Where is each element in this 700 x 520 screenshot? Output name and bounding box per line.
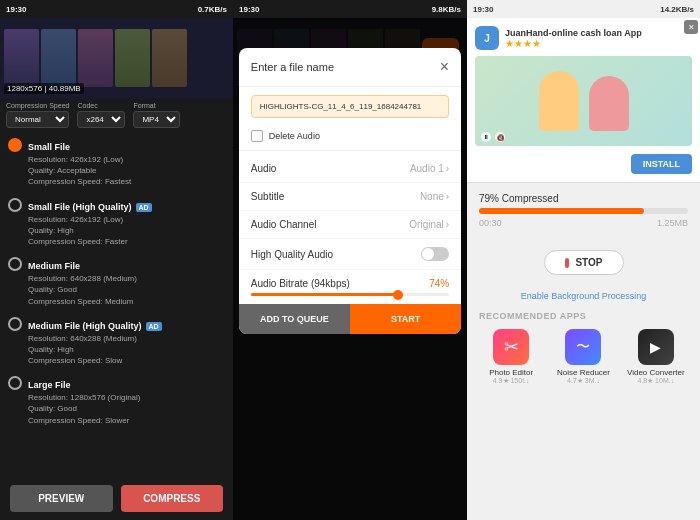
radio-large[interactable] <box>8 376 22 390</box>
bottom-buttons-left: PREVIEW COMPRESS <box>0 485 233 512</box>
radio-small-hq[interactable] <box>8 198 22 212</box>
file-detail-small-hq: Resolution: 426x192 (Low)Quality: HighCo… <box>28 214 225 248</box>
list-item[interactable]: Large File Resolution: 1280x576 (Origina… <box>8 374 225 426</box>
file-name-small: Small File <box>28 142 70 152</box>
mini-img-5 <box>152 29 187 87</box>
dialog-title: Enter a file name <box>251 61 334 73</box>
app-name-noise: Noise Reducer <box>557 368 610 377</box>
bitrate-row: Audio Bitrate (94kbps) 74% <box>239 270 461 304</box>
audio-channel-row[interactable]: Audio Channel Original › <box>239 211 461 239</box>
audio-channel-label: Audio Channel <box>251 219 317 230</box>
app-row: ✂ Photo Editor 4.9★ 150t.↓ 〜 Noise Reduc… <box>467 325 700 389</box>
codec-select-left[interactable]: x264 <box>77 111 125 128</box>
file-info-medium-hq: Medium File (High Quality)AD Resolution:… <box>28 315 225 367</box>
ad-badge: AD <box>146 322 162 331</box>
stop-btn-container: STOP <box>467 242 700 283</box>
ad-header: J JuanHand-online cash loan App ★★★★ <box>475 26 692 50</box>
ad-people <box>539 71 629 131</box>
panel-left: 1280x576 | 40.89MB Compression Speed Nor… <box>0 18 233 520</box>
compression-select-left[interactable]: Normal <box>6 111 69 128</box>
chevron-icon-channel: › <box>446 219 449 230</box>
audio-row[interactable]: Audio Audio 1 › <box>239 155 461 183</box>
delete-audio-checkbox[interactable] <box>251 130 263 142</box>
bitrate-percent: 74% <box>429 278 449 289</box>
radio-small[interactable] <box>8 138 22 152</box>
audio-channel-value: Original › <box>409 219 449 230</box>
bitrate-slider-fill <box>251 293 398 296</box>
delete-audio-row[interactable]: Delete Audio <box>239 126 461 146</box>
ad-app-info: JuanHand-online cash loan App ★★★★ <box>505 28 642 49</box>
bg-process-link[interactable]: Enable Background Processing <box>467 287 700 305</box>
video-icon: ▶ <box>650 339 661 355</box>
format-select-left[interactable]: MP4 <box>133 111 180 128</box>
app-rating-video: 4.8★ 10M.↓ <box>637 377 674 385</box>
ad-close-button[interactable]: ✕ <box>684 20 698 34</box>
video-label-left: 1280x576 | 40.89MB <box>4 83 84 94</box>
bitrate-slider-track[interactable] <box>251 293 449 296</box>
install-button[interactable]: INSTALL <box>631 154 692 174</box>
list-item[interactable]: Small File (High Quality)AD Resolution: … <box>8 196 225 248</box>
chevron-icon-audio: › <box>446 163 449 174</box>
file-name-medium: Medium File <box>28 261 80 271</box>
status-bar-left: 19:30 0.7KB/s <box>0 0 233 18</box>
app-card-video[interactable]: ▶ Video Converter 4.8★ 10M.↓ <box>624 329 688 385</box>
recommended-label: RECOMMENDED APPS <box>467 305 700 325</box>
ad-stars: ★★★★ <box>505 38 642 49</box>
file-detail-medium-hq: Resolution: 640x288 (Medium)Quality: Hig… <box>28 333 225 367</box>
progress-time-start: 00:30 <box>479 218 502 228</box>
app-icon-photo: ✂ <box>493 329 529 365</box>
subtitle-value: None › <box>420 191 449 202</box>
ad-play-icon[interactable]: ⏸ <box>481 132 491 142</box>
high-quality-audio-row[interactable]: High Quality Audio <box>239 239 461 270</box>
dialog-overlay: Enter a file name × HIGHLIGHTS-CG_11_4_6… <box>233 18 467 520</box>
file-info-small-hq: Small File (High Quality)AD Resolution: … <box>28 196 225 248</box>
subtitle-label: Subtitle <box>251 191 284 202</box>
list-item[interactable]: Medium File (High Quality)AD Resolution:… <box>8 315 225 367</box>
radio-medium-hq[interactable] <box>8 317 22 331</box>
add-to-queue-button[interactable]: ADD TO QUEUE <box>239 304 350 334</box>
bitrate-slider-thumb[interactable] <box>393 290 403 300</box>
file-name-large: Large File <box>28 380 71 390</box>
start-button[interactable]: START <box>350 304 461 334</box>
codec-label-left: Codec <box>77 102 125 109</box>
panel-right: ✕ J JuanHand-online cash loan App ★★★★ <box>467 18 700 520</box>
app-card-photo[interactable]: ✂ Photo Editor 4.9★ 150t.↓ <box>479 329 543 385</box>
app-rating-photo: 4.9★ 150t.↓ <box>493 377 530 385</box>
chevron-icon-subtitle: › <box>446 191 449 202</box>
app-name-photo: Photo Editor <box>489 368 533 377</box>
high-quality-toggle[interactable] <box>421 247 449 261</box>
mini-img-1 <box>4 29 39 87</box>
mini-img-3 <box>78 29 113 87</box>
app-icon-noise: 〜 <box>565 329 601 365</box>
dialog-header: Enter a file name × <box>239 48 461 87</box>
dialog-filename[interactable]: HIGHLIGHTS-CG_11_4_6_119_1684244781 <box>251 95 449 118</box>
compress-button[interactable]: COMPRESS <box>121 485 224 512</box>
bitrate-label: Audio Bitrate (94kbps) 74% <box>251 278 449 289</box>
mini-img-4 <box>115 29 150 87</box>
high-quality-audio-label: High Quality Audio <box>251 249 333 260</box>
noise-icon: 〜 <box>576 338 590 356</box>
status-bar-center: 19:30 9.8KB/s <box>233 0 467 18</box>
list-item[interactable]: Medium File Resolution: 640x288 (Medium)… <box>8 255 225 307</box>
speed-right: 14.2KB/s <box>660 5 694 14</box>
audio-value: Audio 1 › <box>410 163 449 174</box>
status-bar-right: 19:30 14.2KB/s <box>467 0 700 18</box>
preview-button[interactable]: PREVIEW <box>10 485 113 512</box>
speed-center: 9.8KB/s <box>432 5 461 14</box>
time-right: 19:30 <box>473 5 493 14</box>
radio-medium[interactable] <box>8 257 22 271</box>
ad-mute-icon[interactable]: 🔇 <box>495 132 505 142</box>
app-card-noise[interactable]: 〜 Noise Reducer 4.7★ 3M.↓ <box>551 329 615 385</box>
file-info-small: Small File Resolution: 426x192 (Low)Qual… <box>28 136 225 188</box>
stop-button[interactable]: STOP <box>544 250 624 275</box>
file-detail-small: Resolution: 426x192 (Low)Quality: Accept… <box>28 154 225 188</box>
file-name-medium-hq: Medium File (High Quality)AD <box>28 321 162 331</box>
subtitle-row[interactable]: Subtitle None › <box>239 183 461 211</box>
file-detail-large: Resolution: 1280x576 (Original)Quality: … <box>28 392 225 426</box>
mini-img-2 <box>41 29 76 87</box>
dialog-close-button[interactable]: × <box>440 58 449 76</box>
progress-section: 79% Compressed 00:30 1.25MB <box>467 183 700 238</box>
delete-audio-label: Delete Audio <box>269 131 320 141</box>
list-item[interactable]: Small File Resolution: 426x192 (Low)Qual… <box>8 136 225 188</box>
progress-bar <box>479 208 688 214</box>
